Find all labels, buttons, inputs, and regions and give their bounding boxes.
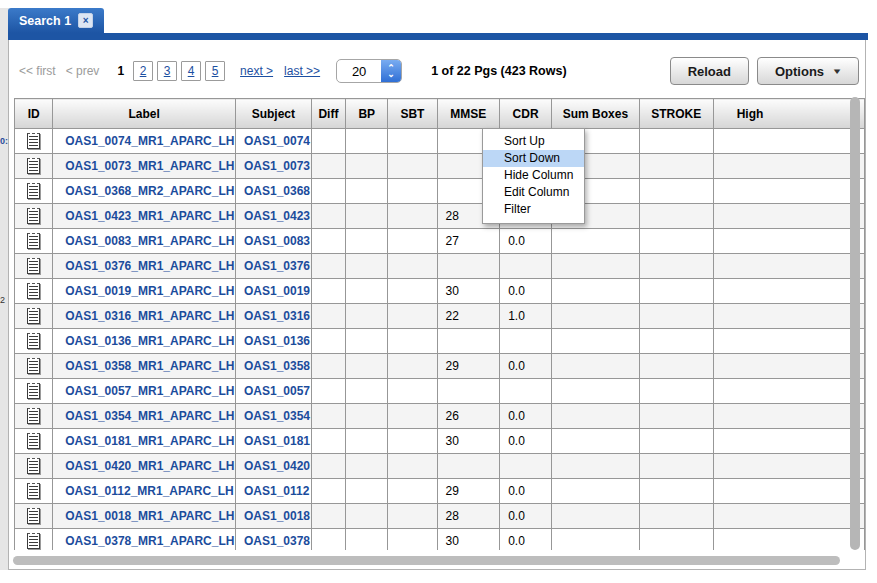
row-id-cell[interactable] [15, 179, 53, 204]
column-header-sbt[interactable]: SBT [388, 99, 437, 129]
tab-search-1[interactable]: Search 1 × [8, 8, 104, 33]
row-label-link[interactable]: OAS1_0057_MR1_APARC_LH [53, 379, 236, 404]
row-id-cell[interactable] [15, 429, 53, 454]
row-cell [311, 529, 345, 551]
next-page-link[interactable]: next > [240, 64, 273, 78]
row-label-link[interactable]: OAS1_0358_MR1_APARC_LH [53, 354, 236, 379]
column-header-subject[interactable]: Subject [235, 99, 311, 129]
table-row: OAS1_0378_MR1_APARC_LHOAS1_0378300.0 [15, 529, 865, 551]
row-id-cell[interactable] [15, 504, 53, 529]
options-button-label: Options [775, 64, 824, 79]
row-label-link[interactable]: OAS1_0136_MR1_APARC_LH [53, 329, 236, 354]
row-id-cell[interactable] [15, 254, 53, 279]
row-label-link[interactable]: OAS1_0073_MR1_APARC_LH [53, 154, 236, 179]
report-icon[interactable] [27, 208, 40, 224]
stepper-down-icon[interactable]: ⌄ [387, 71, 395, 77]
page-link-2[interactable]: 2 [133, 61, 153, 81]
report-icon[interactable] [27, 283, 40, 299]
row-id-cell[interactable] [15, 229, 53, 254]
report-icon[interactable] [27, 383, 40, 399]
row-cell [639, 454, 713, 479]
row-id-cell[interactable] [15, 404, 53, 429]
report-icon[interactable] [27, 358, 40, 374]
column-header-label[interactable]: Label [53, 99, 236, 129]
prev-page-link[interactable]: < prev [66, 64, 100, 78]
column-header-sum-boxes[interactable]: Sum Boxes [552, 99, 640, 129]
row-cell [388, 229, 437, 254]
row-cell: 28 [437, 504, 500, 529]
row-label-link[interactable]: OAS1_0423_MR1_APARC_LH [53, 204, 236, 229]
row-label-link[interactable]: OAS1_0378_MR1_APARC_LH [53, 529, 236, 551]
report-icon[interactable] [27, 433, 40, 449]
column-header-mmse[interactable]: MMSE [437, 99, 500, 129]
close-icon[interactable]: × [78, 13, 93, 28]
page-link-4[interactable]: 4 [181, 61, 201, 81]
row-label-link[interactable]: OAS1_0019_MR1_APARC_LH [53, 279, 236, 304]
report-icon[interactable] [27, 183, 40, 199]
column-header-stroke[interactable]: STROKE [639, 99, 713, 129]
row-id-cell[interactable] [15, 304, 53, 329]
row-cell [437, 329, 500, 354]
options-button[interactable]: Options ▼ [757, 57, 859, 85]
first-page-link[interactable]: << first [19, 64, 56, 78]
column-header-high[interactable]: High [713, 99, 864, 129]
menu-item-sort-down[interactable]: Sort Down [483, 150, 584, 167]
row-id-cell[interactable] [15, 204, 53, 229]
report-icon[interactable] [27, 483, 40, 499]
row-cell [311, 379, 345, 404]
menu-item-filter[interactable]: Filter [483, 201, 584, 218]
last-page-link[interactable]: last >> [284, 64, 320, 78]
row-id-cell[interactable] [15, 379, 53, 404]
column-header-diff[interactable]: Diff [311, 99, 345, 129]
report-icon[interactable] [27, 508, 40, 524]
row-id-cell[interactable] [15, 154, 53, 179]
row-label-link[interactable]: OAS1_0354_MR1_APARC_LH [53, 404, 236, 429]
vertical-scrollbar-thumb[interactable] [850, 97, 860, 550]
report-icon[interactable] [27, 533, 40, 549]
row-id-cell[interactable] [15, 329, 53, 354]
row-cell [388, 454, 437, 479]
column-header-bp[interactable]: BP [346, 99, 388, 129]
row-label-link[interactable]: OAS1_0368_MR2_APARC_LH [53, 179, 236, 204]
page-link-3[interactable]: 3 [157, 61, 177, 81]
menu-item-sort-up[interactable]: Sort Up [483, 133, 584, 150]
row-id-cell[interactable] [15, 529, 53, 551]
menu-item-hide-column[interactable]: Hide Column [483, 167, 584, 184]
row-label-link[interactable]: OAS1_0181_MR1_APARC_LH [53, 429, 236, 454]
menu-item-edit-column[interactable]: Edit Column [483, 184, 584, 201]
row-id-cell[interactable] [15, 279, 53, 304]
page-link-5[interactable]: 5 [205, 61, 225, 81]
row-cell: 29 [437, 479, 500, 504]
report-icon[interactable] [27, 333, 40, 349]
report-icon[interactable] [27, 258, 40, 274]
row-label-link[interactable]: OAS1_0376_MR1_APARC_LH [53, 254, 236, 279]
row-id-cell[interactable] [15, 454, 53, 479]
row-id-cell[interactable] [15, 129, 53, 154]
row-cell [639, 379, 713, 404]
stepper-arrows-icon[interactable]: ⌃ ⌄ [381, 60, 401, 82]
row-id-cell[interactable] [15, 479, 53, 504]
report-icon[interactable] [27, 408, 40, 424]
row-cell [500, 454, 552, 479]
row-label-link[interactable]: OAS1_0083_MR1_APARC_LH [53, 229, 236, 254]
reload-button[interactable]: Reload [670, 57, 749, 85]
report-icon[interactable] [27, 158, 40, 174]
row-cell [311, 479, 345, 504]
row-id-cell[interactable] [15, 354, 53, 379]
row-cell: 0.0 [500, 504, 552, 529]
row-cell [713, 129, 864, 154]
horizontal-scrollbar-thumb[interactable] [13, 556, 840, 565]
row-label-link[interactable]: OAS1_0316_MR1_APARC_LH [53, 304, 236, 329]
page-size-stepper[interactable]: 20 ⌃ ⌄ [336, 59, 402, 83]
column-header-cdr[interactable]: CDR [500, 99, 552, 129]
row-label-link[interactable]: OAS1_0112_MR1_APARC_LH [53, 479, 236, 504]
row-label-link[interactable]: OAS1_0018_MR1_APARC_LH [53, 504, 236, 529]
report-icon[interactable] [27, 133, 40, 149]
report-icon[interactable] [27, 233, 40, 249]
column-header-id[interactable]: ID [15, 99, 53, 129]
row-label-link[interactable]: OAS1_0420_MR1_APARC_LH [53, 454, 236, 479]
report-icon[interactable] [27, 458, 40, 474]
row-label-link[interactable]: OAS1_0074_MR1_APARC_LH [53, 129, 236, 154]
row-cell [388, 429, 437, 454]
report-icon[interactable] [27, 308, 40, 324]
